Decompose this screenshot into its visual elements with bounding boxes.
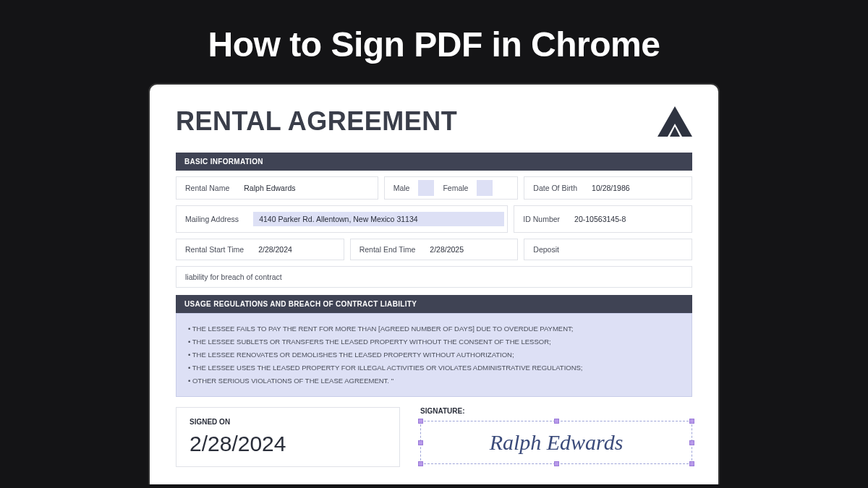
resize-handle[interactable] — [418, 419, 423, 424]
document-preview: RENTAL AGREEMENT BASIC INFORMATION Renta… — [148, 83, 720, 484]
section-basic-header: BASIC INFORMATION — [176, 153, 692, 171]
female-checkbox[interactable] — [477, 180, 493, 196]
resize-handle[interactable] — [418, 461, 423, 466]
rental-name-field: Rental Name Ralph Edwards — [176, 176, 378, 200]
start-label: Rental Start Time — [185, 245, 244, 254]
male-label: Male — [393, 184, 410, 192]
signed-on-label: SIGNED ON — [190, 418, 386, 426]
deposit-label: Deposit — [533, 245, 559, 254]
resize-handle[interactable] — [689, 461, 694, 466]
regulations-list: THE LESSEE FAILS TO PAY THE RENT FOR MOR… — [176, 313, 692, 397]
mailing-field: Mailing Address 4140 Parker Rd. Allentow… — [176, 205, 508, 233]
document-title: RENTAL AGREEMENT — [176, 106, 457, 137]
resize-handle[interactable] — [418, 440, 423, 445]
signature-box[interactable]: Ralph Edwards — [420, 421, 692, 464]
start-time-field: Rental Start Time 2/28/2024 — [176, 239, 344, 260]
resize-handle[interactable] — [689, 440, 694, 445]
start-value: 2/28/2024 — [258, 245, 292, 254]
id-field: ID Number 20-10563145-8 — [514, 205, 692, 233]
signature-value: Ralph Edwards — [490, 430, 624, 455]
deposit-field: Deposit — [524, 239, 692, 260]
page-title: How to Sign PDF in Chrome — [0, 0, 868, 64]
mailing-label: Mailing Address — [185, 215, 239, 223]
liability-field: liability for breach of contract — [176, 266, 692, 288]
resize-handle[interactable] — [554, 461, 559, 466]
regulation-item: OTHER SERIOUS VIOLATIONS OF THE LEASE AG… — [188, 374, 680, 388]
section-regulations-header: USAGE REGULATIONS AND BREACH OF CONTRACT… — [176, 295, 692, 313]
signed-on-box: SIGNED ON 2/28/2024 — [176, 407, 400, 467]
resize-handle[interactable] — [554, 419, 559, 424]
id-value: 20-10563145-8 — [574, 215, 626, 223]
regulation-item: THE LESSEE USES THE LEASED PROPERTY FOR … — [188, 361, 680, 374]
logo-icon — [658, 106, 692, 140]
end-value: 2/28/2025 — [430, 245, 464, 254]
female-label: Female — [443, 184, 468, 192]
mailing-value: 4140 Parker Rd. Allentown, New Mexico 31… — [253, 212, 504, 226]
resize-handle[interactable] — [689, 419, 694, 424]
regulation-item: THE LESSEE FAILS TO PAY THE RENT FOR MOR… — [188, 322, 680, 335]
gender-field: Male Female — [384, 176, 519, 200]
signature-label: SIGNATURE: — [420, 407, 692, 415]
id-label: ID Number — [523, 215, 560, 223]
dob-value: 10/28/1986 — [592, 184, 630, 192]
dob-label: Date Of Birth — [533, 184, 577, 192]
rental-name-value: Ralph Edwards — [244, 184, 295, 192]
signed-on-date: 2/28/2024 — [190, 432, 386, 456]
regulation-item: THE LESSEE RENOVATES OR DEMOLISHES THE L… — [188, 348, 680, 361]
end-label: Rental End Time — [359, 245, 416, 254]
end-time-field: Rental End Time 2/28/2025 — [350, 239, 519, 260]
male-checkbox[interactable] — [418, 180, 434, 196]
regulation-item: THE LESSEE SUBLETS OR TRANSFERS THE LEAS… — [188, 335, 680, 348]
dob-field: Date Of Birth 10/28/1986 — [524, 176, 692, 200]
rental-name-label: Rental Name — [185, 184, 229, 192]
